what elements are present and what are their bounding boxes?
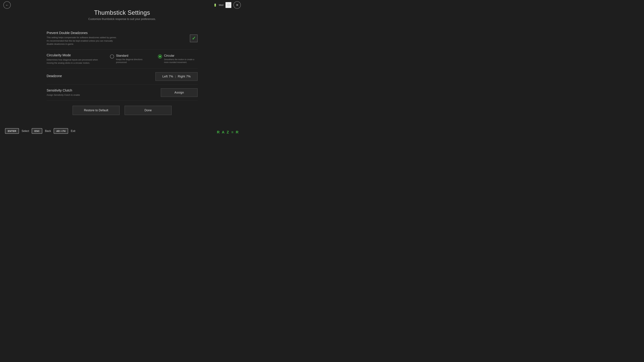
standard-radio-text: Standard Keeps the diagonal directions p… [116,54,150,64]
circularity-mode-desc: Determines how diagonal inputs are proce… [46,58,105,65]
restore-to-default-button[interactable]: Restore to Default [72,106,120,115]
esc-key-badge: ESC [32,128,42,134]
top-right-controls: 🔋 Med ⚙ ✕ [214,1,241,9]
standard-radio-desc: Keeps the diagonal directions pronounced [116,58,150,64]
enter-key-label: Select [22,130,29,133]
sensitivity-clutch-row: Sensitivity Clutch Assign Sensitivity Cl… [46,85,198,101]
circularity-mode-control: Standard Keeps the diagonal directions p… [110,54,198,64]
deadzone-info: Deadzone [46,74,156,79]
deadzone-right-label: Right 7% [178,75,191,78]
page-title: Thumbstick Settings [0,9,244,16]
deadzone-control: Left 7% | Right 7% [156,72,198,81]
prevent-double-deadzones-label: Prevent Double Deadzones [46,31,185,35]
gear-icon: ⚙ [227,3,230,7]
top-bar: ← 🔋 Med ⚙ ✕ [0,0,244,10]
deadzone-left-label: Left 7% [162,75,173,78]
sensitivity-clutch-info: Sensitivity Clutch Assign Sensitivity Cl… [46,88,161,97]
enter-key-badge: ENTER [5,128,19,134]
circular-radio-option[interactable]: Circular Smoothens the motion to create … [158,54,198,64]
circular-radio-desc: Smoothens the motion to create a more ro… [164,58,198,64]
page-subtitle: Customize thumbstick response to suit yo… [0,17,244,21]
sensitivity-clutch-control: Assign [161,88,198,97]
deadzone-button[interactable]: Left 7% | Right 7% [156,72,198,81]
esc-key-label: Back [45,130,51,133]
close-button[interactable]: ✕ [234,1,241,9]
razer-logo: R A Z ≡ R [217,130,239,134]
footer: ENTER Select ESC Back Alt + F4 Exit [0,128,244,134]
prevent-double-deadzones-info: Prevent Double Deadzones This setting he… [46,31,190,46]
standard-radio-label: Standard [116,54,150,57]
circular-radio-text: Circular Smoothens the motion to create … [164,54,198,64]
main-content: Prevent Double Deadzones This setting he… [46,24,198,122]
standard-radio-option[interactable]: Standard Keeps the diagonal directions p… [110,54,150,64]
altf4-key-label: Exit [71,130,75,133]
circular-radio-circle [158,54,162,58]
circularity-mode-row: Circularity Mode Determines how diagonal… [46,50,198,68]
sensitivity-clutch-label: Sensitivity Clutch [46,88,156,92]
standard-radio-circle [110,54,114,58]
altf4-key-badge: Alt + F4 [54,128,68,134]
circular-radio-label: Circular [164,54,198,57]
deadzone-row: Deadzone Left 7% | Right 7% [46,68,198,85]
assign-button[interactable]: Assign [161,88,198,97]
prevent-double-deadzones-row: Prevent Double Deadzones This setting he… [46,27,198,50]
deadzone-label: Deadzone [46,74,150,78]
prevent-double-deadzones-control: ✓ [190,34,198,42]
settings-gear-button[interactable]: ⚙ [226,2,232,8]
battery-icon: 🔋 [214,3,217,7]
circular-radio-inner [159,55,161,57]
prevent-double-deadzones-checkbox[interactable]: ✓ [190,34,198,42]
checkmark-icon: ✓ [192,35,196,41]
back-button[interactable]: ← [3,1,11,9]
sensitivity-clutch-desc: Assign Sensitivity Clutch to enable [46,93,117,97]
done-button[interactable]: Done [124,106,172,115]
bottom-buttons: Restore to Default Done [46,101,198,118]
close-icon: ✕ [236,3,239,7]
circularity-mode-label: Circularity Mode [46,53,105,57]
circularity-mode-info: Circularity Mode Determines how diagonal… [46,53,110,65]
prevent-double-deadzones-desc: This setting helps compensate for softwa… [46,36,117,46]
battery-label: Med [219,4,224,6]
back-arrow-icon: ← [5,3,9,7]
deadzone-divider: | [174,75,178,78]
